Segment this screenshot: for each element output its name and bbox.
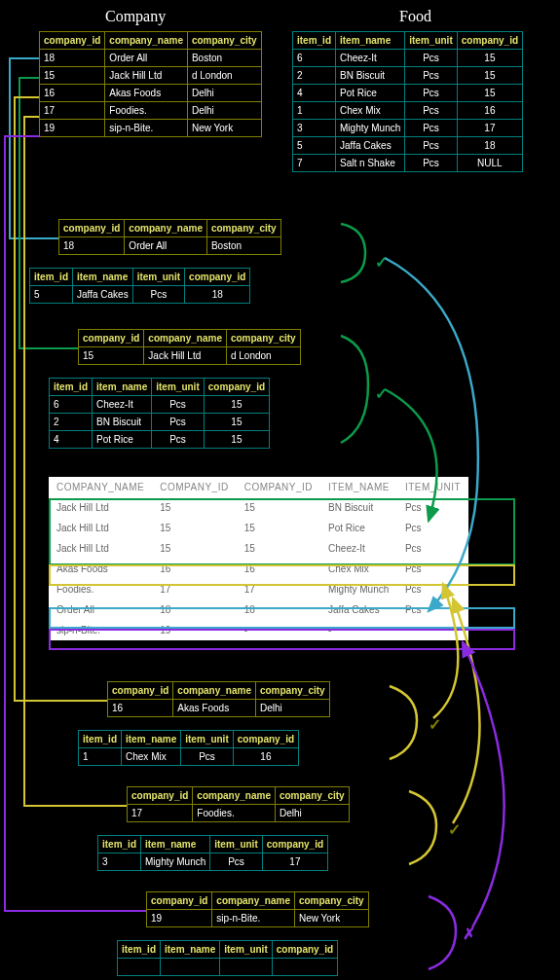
pair-company-15: company_idcompany_namecompany_city15Jack… [78,329,301,365]
check-icon: ✓ [429,715,441,734]
result-table: COMPANY_NAMECOMPANY_IDCOMPANY_IDITEM_NAM… [49,477,468,640]
pair-food-19: item_iditem_nameitem_unitcompany_id [117,940,338,976]
pair-food-15: item_iditem_nameitem_unitcompany_id6Chee… [49,378,270,449]
pair-food-17: item_iditem_nameitem_unitcompany_id3Migh… [97,835,328,871]
pair-company-19: company_idcompany_namecompany_city19sip-… [146,891,369,927]
check-icon: ✓ [448,820,461,839]
check-icon: ✓ [375,384,388,403]
company-table: company_idcompany_namecompany_city18Orde… [39,31,262,137]
pair-food-16: item_iditem_nameitem_unitcompany_id1Chex… [78,730,299,766]
company-title: Company [105,8,166,25]
pair-food-18: item_iditem_nameitem_unitcompany_id5Jaff… [29,268,250,304]
pair-company-17: company_idcompany_namecompany_city17Food… [127,786,350,822]
pair-company-16: company_idcompany_namecompany_city16Akas… [107,681,330,717]
check-icon: ✓ [375,253,388,272]
food-title: Food [399,8,431,25]
food-table: item_iditem_nameitem_unitcompany_id6Chee… [292,31,523,172]
cross-icon: ✗ [463,925,475,943]
pair-company-18: company_idcompany_namecompany_city18Orde… [58,219,281,255]
